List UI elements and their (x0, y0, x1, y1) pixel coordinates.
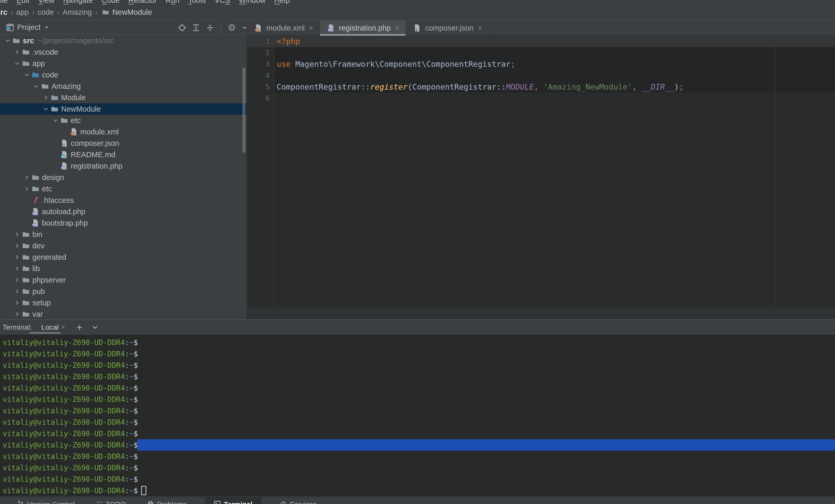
breadcrumb-item-code[interactable]: code (38, 8, 54, 17)
tree-item-newmodule[interactable]: NewModule (0, 103, 247, 115)
chevron-down-icon[interactable] (40, 26, 49, 29)
chevron-right-icon[interactable] (13, 300, 21, 306)
terminal-line[interactable]: vitaliy@vitaliy-Z690-UD-DDR4:~$ (3, 337, 835, 348)
expand-all-icon[interactable] (192, 24, 201, 32)
breadcrumb-item-amazing[interactable]: Amazing (63, 8, 92, 17)
menu-item-file[interactable]: File (0, 0, 12, 5)
tree-item-module[interactable]: Module (0, 92, 247, 103)
breadcrumb-item-newmodule[interactable]: NewModule (101, 8, 152, 17)
tab-registration-php[interactable]: PHPregistration.php× (320, 21, 406, 35)
terminal-line[interactable]: vitaliy@vitaliy-Z690-UD-DDR4:~$ (3, 371, 835, 382)
terminal-line[interactable]: vitaliy@vitaliy-Z690-UD-DDR4:~$ (3, 394, 835, 405)
locate-file-icon[interactable] (178, 24, 186, 32)
terminal-prompt-user: vitaliy@vitaliy-Z690-UD-DDR4 (3, 395, 125, 404)
project-panel-title[interactable]: Project (17, 23, 40, 32)
terminal-line[interactable]: vitaliy@vitaliy-Z690-UD-DDR4:~$ (3, 473, 835, 485)
chevron-right-icon[interactable] (13, 254, 21, 260)
tree-item-autoload-php[interactable]: PHPautoload.php (0, 206, 247, 217)
new-session-plus-icon[interactable]: + (77, 323, 82, 331)
tree-item-var[interactable]: var (0, 308, 247, 319)
chevron-right-icon[interactable] (13, 231, 21, 237)
close-icon[interactable]: × (309, 24, 313, 33)
terminal-line[interactable]: vitaliy@vitaliy-Z690-UD-DDR4:~$ (3, 360, 835, 371)
tree-item-module-xml[interactable]: <>module.xml (0, 126, 247, 138)
code-token: (ComponentRegistrar:: (408, 82, 506, 92)
tree-item-htaccess[interactable]: .htaccess (0, 195, 247, 206)
chevron-down-icon[interactable] (23, 72, 30, 78)
menu-item-help[interactable]: Help (270, 0, 294, 5)
chevron-down-icon[interactable] (52, 118, 59, 123)
tab-module-xml[interactable]: <>module.xml× (247, 21, 320, 35)
tree-item-pub[interactable]: pub (0, 286, 247, 297)
menu-item-vcs[interactable]: VCS (210, 0, 235, 5)
chevron-down-icon[interactable] (4, 38, 12, 43)
tree-item-bin[interactable]: bin (0, 229, 247, 240)
chevron-right-icon[interactable] (13, 243, 21, 249)
menu-item-refactor[interactable]: Refactor (124, 0, 161, 5)
gear-icon[interactable]: ⚙ (227, 24, 236, 32)
chevron-right-icon[interactable] (13, 311, 21, 317)
terminal-line[interactable]: vitaliy@vitaliy-Z690-UD-DDR4:~$ (3, 439, 835, 451)
tree-item-phpserver[interactable]: phpserver (0, 274, 247, 286)
close-icon[interactable]: × (395, 24, 400, 33)
terminal-line[interactable]: vitaliy@vitaliy-Z690-UD-DDR4:~$ (3, 462, 835, 473)
breadcrumb-item-src[interactable]: src (0, 8, 7, 17)
toolwindow-button-services[interactable]: Services (278, 497, 319, 504)
tree-item-dev[interactable]: dev (0, 240, 247, 251)
chevron-right-icon[interactable] (23, 186, 30, 191)
tab-composer-json[interactable]: {}composer.json× (406, 21, 489, 35)
terminal-output[interactable]: vitaliy@vitaliy-Z690-UD-DDR4:~$vitaliy@v… (0, 335, 835, 496)
tree-item-src[interactable]: src~/projects/magento/src (0, 35, 247, 46)
tree-item-generated[interactable]: generated (0, 251, 247, 263)
menu-item-navigate[interactable]: Navigate (59, 0, 97, 5)
tree-item-composer-json[interactable]: {}composer.json (0, 138, 247, 149)
chevron-right-icon[interactable] (13, 288, 21, 294)
chevron-right-icon[interactable] (23, 175, 30, 180)
tree-item-setup[interactable]: setup (0, 297, 247, 308)
chevron-down-icon[interactable] (13, 61, 21, 66)
tree-item-etc[interactable]: etc (0, 115, 247, 126)
terminal-prompt-dollar: $ (134, 407, 138, 415)
tree-item-bootstrap-php[interactable]: PHPbootstrap.php (0, 217, 247, 229)
tree-item-app[interactable]: app (0, 58, 247, 69)
menu-item-run[interactable]: Run (161, 0, 184, 5)
terminal-line[interactable]: vitaliy@vitaliy-Z690-UD-DDR4:~$ (3, 405, 835, 417)
toolwindow-button-problems[interactable]: Problems (144, 497, 189, 504)
chevron-right-icon[interactable] (13, 266, 21, 271)
tree-item-lib[interactable]: lib (0, 263, 247, 274)
menu-item-code[interactable]: Code (97, 0, 124, 5)
terminal-line[interactable]: vitaliy@vitaliy-Z690-UD-DDR4:~$ (3, 428, 835, 439)
tree-scrollbar-thumb[interactable] (242, 67, 246, 153)
tree-item-vscode[interactable]: .vscode (0, 46, 247, 58)
terminal-line[interactable]: vitaliy@vitaliy-Z690-UD-DDR4:~$ (3, 485, 835, 496)
menu-item-edit[interactable]: Edit (12, 0, 34, 5)
breadcrumb-item-app[interactable]: app (16, 8, 29, 17)
chevron-right-icon[interactable] (42, 95, 50, 100)
terminal-line[interactable]: vitaliy@vitaliy-Z690-UD-DDR4:~$ (3, 417, 835, 428)
chevron-right-icon[interactable] (13, 277, 21, 283)
terminal-options-chevron-icon[interactable] (92, 324, 98, 330)
menu-item-window[interactable]: Window (235, 0, 270, 5)
chevron-down-icon[interactable] (33, 83, 40, 89)
toolwindow-button-version-control[interactable]: Version Control (15, 497, 78, 504)
tree-item-registration-php[interactable]: PHPregistration.php (0, 160, 247, 172)
collapse-all-icon[interactable] (206, 24, 215, 32)
terminal-line[interactable]: vitaliy@vitaliy-Z690-UD-DDR4:~$ (3, 348, 835, 360)
toolwindow-button-terminal[interactable]: Terminal (205, 497, 261, 504)
close-icon[interactable]: × (477, 24, 482, 33)
code-editor[interactable]: 123456 <?phpuse Magento\Framework\Compon… (247, 36, 835, 307)
toolwindow-button-todo[interactable]: TODO (94, 497, 129, 504)
chevron-down-icon[interactable] (42, 106, 50, 112)
tree-item-amazing[interactable]: Amazing (0, 81, 247, 92)
menu-item-view[interactable]: View (34, 0, 59, 5)
tree-item-etc[interactable]: etc (0, 183, 247, 195)
tree-item-design[interactable]: design (0, 172, 247, 183)
tree-item-readme-md[interactable]: MDREADME.md (0, 149, 247, 160)
tree-item-code[interactable]: code (0, 69, 247, 81)
terminal-line[interactable]: vitaliy@vitaliy-Z690-UD-DDR4:~$ (3, 451, 835, 462)
chevron-right-icon[interactable] (13, 49, 21, 55)
terminal-tab-local[interactable]: Local × (41, 323, 65, 331)
terminal-line[interactable]: vitaliy@vitaliy-Z690-UD-DDR4:~$ (3, 382, 835, 394)
close-icon[interactable]: × (61, 323, 65, 331)
menu-item-tools[interactable]: Tools (184, 0, 210, 5)
